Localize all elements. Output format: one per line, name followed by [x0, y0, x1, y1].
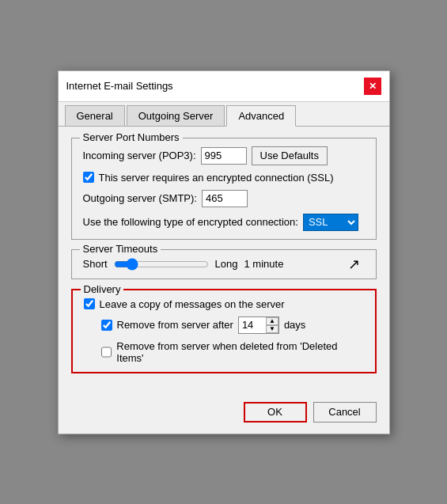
- incoming-server-row: Incoming server (POP3): Use Defaults: [83, 146, 365, 165]
- cancel-button[interactable]: Cancel: [313, 402, 377, 423]
- tab-advanced[interactable]: Advanced: [226, 105, 296, 127]
- leave-copy-checkbox[interactable]: [84, 298, 95, 309]
- outgoing-server-input[interactable]: [202, 190, 248, 207]
- use-defaults-button[interactable]: Use Defaults: [252, 146, 328, 165]
- leave-copy-label: Leave a copy of messages on the server: [100, 298, 285, 310]
- days-input[interactable]: [239, 317, 266, 333]
- short-label: Short: [83, 258, 108, 270]
- footer: OK Cancel: [59, 394, 389, 434]
- encrypted-connection-select[interactable]: SSL TLS None: [303, 214, 358, 231]
- spinner-down-button[interactable]: ▼: [266, 325, 278, 333]
- delivery-title: Delivery: [81, 283, 124, 295]
- remove-deleted-row: Remove from server when deleted from 'De…: [101, 340, 364, 364]
- tabs: General Outgoing Server Advanced: [59, 102, 389, 127]
- encrypted-label: Use the following type of encrypted conn…: [83, 216, 298, 228]
- timeout-value: 1 minute: [244, 258, 284, 270]
- tab-content: Server Port Numbers Incoming server (POP…: [59, 127, 389, 394]
- timeout-slider[interactable]: [114, 258, 209, 271]
- server-port-section: Server Port Numbers Incoming server (POP…: [71, 138, 377, 240]
- remove-deleted-label: Remove from server when deleted from 'De…: [116, 340, 363, 364]
- dialog-title: Internet E-mail Settings: [66, 80, 173, 92]
- remove-deleted-checkbox[interactable]: [101, 347, 112, 358]
- days-label: days: [284, 319, 305, 331]
- leave-copy-row: Leave a copy of messages on the server: [84, 298, 364, 310]
- remove-after-checkbox[interactable]: [101, 320, 112, 331]
- tab-general[interactable]: General: [65, 105, 125, 126]
- title-bar: Internet E-mail Settings ✕: [59, 71, 389, 102]
- outgoing-server-row: Outgoing server (SMTP):: [83, 190, 365, 207]
- remove-after-label: Remove from server after: [117, 319, 233, 331]
- cursor-icon: ↗: [348, 256, 360, 273]
- ssl-checkbox-row: This server requires an encrypted connec…: [83, 172, 365, 184]
- incoming-label: Incoming server (POP3):: [83, 150, 196, 161]
- timeouts-row: Short Long 1 minute ↗: [83, 258, 365, 271]
- dialog: Internet E-mail Settings ✕ General Outgo…: [58, 70, 390, 434]
- outgoing-label: Outgoing server (SMTP):: [83, 192, 198, 204]
- spinner-up-button[interactable]: ▲: [266, 317, 278, 325]
- encrypted-connection-row: Use the following type of encrypted conn…: [83, 214, 365, 231]
- server-port-title: Server Port Numbers: [80, 131, 183, 143]
- ssl-label: This server requires an encrypted connec…: [99, 172, 334, 184]
- incoming-server-input[interactable]: [201, 147, 247, 165]
- close-button[interactable]: ✕: [364, 78, 381, 95]
- server-timeouts-title: Server Timeouts: [80, 243, 161, 255]
- remove-after-row: Remove from server after ▲ ▼ days: [101, 316, 364, 334]
- ok-button[interactable]: OK: [244, 402, 307, 423]
- server-timeouts-section: Server Timeouts Short Long 1 minute ↗: [71, 249, 377, 279]
- ssl-checkbox[interactable]: [83, 172, 94, 183]
- spinner-buttons: ▲ ▼: [266, 317, 278, 333]
- long-label: Long: [215, 258, 238, 270]
- tab-outgoing-server[interactable]: Outgoing Server: [127, 105, 225, 126]
- days-spinner: ▲ ▼: [238, 316, 279, 334]
- delivery-section: Delivery Leave a copy of messages on the…: [71, 289, 377, 373]
